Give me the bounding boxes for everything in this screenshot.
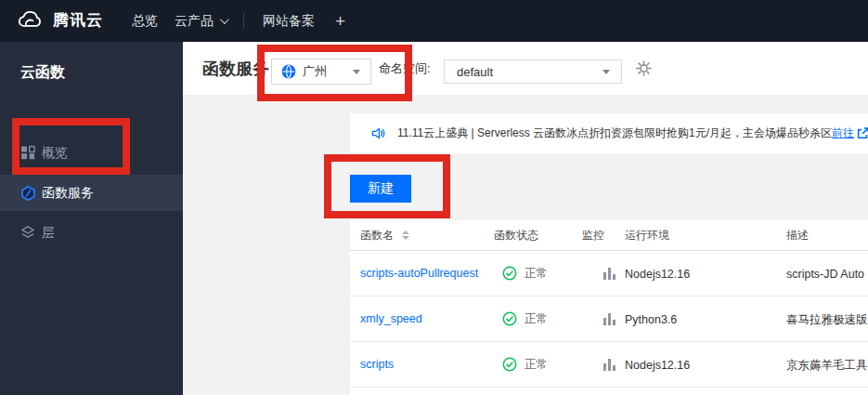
tencent-cloud-logo[interactable]: 腾讯云 (15, 9, 103, 31)
topnav-overview[interactable]: 总览 (132, 0, 158, 42)
table-header-row: 函数名 函数状态 监控 运行环境 描述 (350, 220, 868, 251)
status-ok-icon (502, 357, 517, 372)
gear-icon[interactable] (636, 60, 652, 76)
status-text: 正常 (525, 357, 548, 373)
sidebar-item-label: 函数服务 (42, 185, 94, 202)
layers-icon (20, 225, 36, 241)
column-description: 描述 (777, 228, 868, 244)
add-tab-button[interactable]: + (335, 0, 345, 42)
sidebar-item-layers[interactable]: 层 (0, 215, 183, 251)
namespace-label: 命名空间: (379, 42, 431, 95)
topbar: 腾讯云 总览 云产品 网站备案 + (0, 0, 868, 42)
topnav-cloud-products[interactable]: 云产品 (175, 0, 227, 42)
sidebar-item-function-service[interactable]: 函数服务 (0, 175, 183, 211)
sidebar-title: 云函数 (20, 63, 65, 83)
status-text: 正常 (525, 311, 548, 327)
scf-hexagon-icon (20, 185, 36, 201)
namespace-selector[interactable]: default (444, 59, 622, 84)
banner-message: 11.11云上盛典 | Serverless 云函数冰点折扣资源包限时抢购1元/… (397, 125, 832, 141)
runtime-text: Nodejs12.16 (625, 359, 690, 372)
topnav-divider (243, 13, 244, 29)
cloud-logo-icon (15, 9, 45, 31)
column-function-status: 函数状态 (485, 228, 573, 244)
promo-banner: 11.11云上盛典 | Serverless 云函数冰点折扣资源包限时抢购1元/… (350, 113, 868, 153)
region-value: 广州 (303, 63, 327, 80)
description-text: scripts-JD Auto P (786, 268, 868, 281)
sidebar-item-label: 层 (42, 225, 55, 242)
console-screen: 腾讯云 总览 云产品 网站备案 + 云函数 (0, 0, 868, 395)
column-runtime: 运行环境 (615, 228, 777, 244)
status-ok-icon (502, 311, 517, 326)
table-row: scripts 正常 Nodejs12.16 京东薅羊毛工具 (350, 342, 868, 388)
grid-icon (20, 145, 36, 161)
monitor-chart-icon[interactable] (603, 358, 615, 371)
monitor-chart-icon[interactable] (603, 267, 615, 280)
sidebar-item-overview[interactable]: 概览 (0, 135, 183, 171)
main-content: 函数服务 广州 命名空间: default (183, 42, 868, 395)
function-name-link[interactable]: xmly_speed (360, 312, 422, 325)
column-function-name: 函数名 (360, 228, 394, 244)
description-text: 京东薅羊毛工具 (786, 359, 868, 372)
globe-icon (281, 64, 296, 79)
sidebar: 云函数 概览 函数服务 (0, 42, 183, 395)
chevron-down-icon (602, 70, 610, 74)
table-row: xmly_speed 正常 Python3.6 喜马拉雅极速版刷 (350, 296, 868, 342)
create-button[interactable]: 新建 (350, 175, 411, 203)
brand-text: 腾讯云 (53, 9, 103, 31)
topnav-website-icp[interactable]: 网站备案 (263, 0, 315, 42)
function-name-link[interactable]: scripts (360, 358, 394, 371)
column-monitor: 监控 (573, 228, 615, 244)
namespace-value: default (457, 65, 493, 79)
runtime-text: Python3.6 (625, 313, 677, 326)
region-selector[interactable]: 广州 (271, 59, 371, 85)
status-text: 正常 (525, 266, 548, 282)
table-row: scripts-autoPullrequest 正常 Nodejs12.16 s… (350, 251, 868, 296)
runtime-text: Nodejs12.16 (625, 268, 690, 281)
speaker-icon (371, 126, 385, 140)
monitor-chart-icon[interactable] (603, 312, 615, 325)
function-table: 函数名 函数状态 监控 运行环境 描述 scripts-autoPullrequ… (350, 220, 868, 395)
page-title: 函数服务 (202, 42, 269, 95)
sidebar-item-label: 概览 (42, 145, 68, 162)
banner-go-link[interactable]: 前往 (832, 125, 854, 141)
function-name-link[interactable]: scripts-autoPullrequest (360, 267, 478, 280)
sort-icon[interactable] (402, 230, 409, 240)
chevron-down-icon (353, 70, 360, 74)
chevron-down-icon (220, 15, 229, 24)
status-ok-icon (502, 266, 517, 281)
page-header: 函数服务 广州 命名空间: default (183, 42, 868, 95)
description-text: 喜马拉雅极速版刷 (786, 313, 868, 326)
external-link-icon[interactable] (857, 127, 868, 139)
